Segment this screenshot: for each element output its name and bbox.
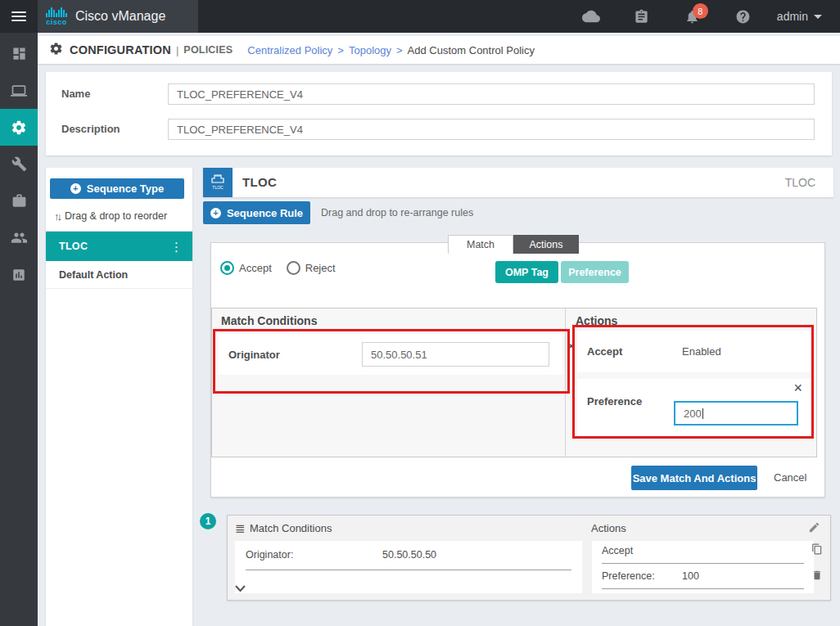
description-label: Description — [61, 123, 120, 135]
preference-action-label: Preference — [587, 395, 642, 408]
reject-radio-label: Reject — [305, 262, 336, 274]
close-icon[interactable]: × — [793, 382, 802, 394]
sidebar-item-analytics[interactable] — [0, 256, 38, 293]
add-sequence-rule-button[interactable]: + Sequence Rule — [203, 201, 310, 224]
side-navigation — [0, 33, 38, 626]
rule-match-title: Match Conditions — [250, 522, 332, 534]
preference-action-row: Preference × 200 — [577, 379, 811, 435]
breadcrumb-link-centralized-policy[interactable]: Centralized Policy — [247, 44, 332, 56]
chevron-down-icon — [814, 15, 822, 19]
tasks-icon[interactable] — [616, 0, 667, 33]
preference-button[interactable]: Preference — [561, 261, 629, 283]
sidebar-item-monitor[interactable] — [0, 72, 38, 109]
policy-info-card: Name Description — [46, 72, 832, 155]
originator-row: Originator × — [218, 334, 562, 375]
match-actions-editor: Accept Reject OMP Tag Preference Match C… — [210, 242, 825, 498]
admin-user-menu[interactable]: admin — [769, 0, 840, 33]
omp-tag-button[interactable]: OMP Tag — [495, 261, 558, 283]
originator-input[interactable] — [362, 342, 549, 367]
configuration-gear-icon — [49, 42, 63, 59]
cisco-wordmark: cisco — [46, 18, 67, 26]
sidebar-item-tools[interactable] — [0, 146, 38, 182]
breadcrumb-separator: > — [396, 44, 403, 56]
kebab-menu-icon[interactable]: ⋮ — [170, 241, 183, 253]
breadcrumb-section: CONFIGURATION — [70, 43, 171, 56]
editor-title: TLOC — [242, 175, 277, 189]
sequence-item-tloc[interactable]: TLOC ⋮ — [46, 232, 192, 261]
rule-actions-title: Actions — [591, 522, 626, 534]
rule-originator-value: 50.50.50.50 — [382, 549, 436, 561]
accept-action-row: Accept Enabled — [577, 331, 811, 372]
tab-actions[interactable]: Actions — [513, 235, 579, 254]
editor-type-label: TLOC — [785, 176, 815, 189]
cloud-status-icon[interactable] — [566, 0, 616, 33]
help-icon[interactable] — [718, 0, 769, 33]
add-sequence-type-button[interactable]: + Sequence Type — [50, 178, 184, 199]
text-cursor — [702, 408, 703, 419]
dashboard-icon — [11, 46, 27, 61]
drag-handle-icon[interactable]: ≣ — [235, 521, 246, 536]
breadcrumb-subsection: POLICIES — [183, 44, 233, 56]
save-match-actions-button[interactable]: Save Match And Actions — [631, 466, 757, 490]
users-icon — [11, 229, 28, 246]
sidebar-item-maintenance[interactable] — [0, 182, 38, 219]
rule-index-badge: 1 — [200, 513, 216, 529]
default-action-label: Default Action — [59, 269, 128, 281]
tloc-icon-text: TLOC — [212, 185, 224, 190]
default-action-item[interactable]: Default Action — [46, 261, 192, 289]
policy-name-input[interactable] — [168, 83, 815, 105]
notification-badge: 8 — [693, 3, 708, 19]
preference-input-value: 200 — [684, 408, 702, 420]
add-sequence-type-label: Sequence Type — [87, 182, 164, 195]
reorder-hint-row: ↑↓ Drag & drop to reorder — [54, 207, 185, 225]
breadcrumb-separator: > — [337, 44, 344, 56]
preference-input[interactable]: 200 — [674, 401, 798, 426]
rule-originator-label: Originator: — [246, 549, 293, 561]
rule-preference-label: Preference: — [602, 570, 655, 582]
top-bar: cisco Cisco vManage 8 admin — [0, 0, 840, 33]
accept-radio-label: Accept — [239, 262, 272, 274]
rearrange-hint: Drag and drop to re-arrange rules — [321, 207, 473, 218]
admin-label: admin — [777, 10, 808, 23]
reorder-hint-label: Drag & drop to reorder — [65, 210, 167, 222]
conditions-section: Match Conditions Actions Originator × Ac… — [211, 308, 817, 457]
tab-match[interactable]: Match — [448, 235, 513, 254]
breadcrumb-current: Add Custom Control Policy — [408, 44, 535, 56]
match-conditions-title: Match Conditions — [221, 314, 317, 327]
monitor-icon — [11, 83, 27, 99]
close-icon[interactable]: × — [567, 340, 576, 352]
delete-icon[interactable] — [811, 570, 823, 584]
sidebar-item-administration[interactable] — [0, 219, 38, 256]
accept-radio[interactable] — [220, 261, 234, 275]
cancel-button[interactable]: Cancel — [774, 471, 806, 484]
rule-preference-value: 100 — [682, 570, 699, 582]
menu-toggle-button[interactable] — [0, 0, 38, 33]
rule-match-box: Originator: 50.50.50.50 — [235, 541, 582, 593]
sidebar-item-configuration[interactable] — [0, 109, 38, 146]
reject-radio[interactable] — [287, 261, 300, 275]
rule-actions-box: Accept Preference: 100 — [592, 541, 814, 593]
saved-rule-card[interactable]: ≣ Match Conditions Actions Originator: 5… — [227, 515, 831, 601]
edit-icon[interactable] — [808, 521, 820, 537]
cisco-logo-icon: cisco — [46, 7, 67, 26]
notifications-bell-icon[interactable]: 8 — [667, 0, 718, 33]
reorder-arrows-icon: ↑↓ — [54, 210, 60, 223]
sidebar-item-dashboard[interactable] — [0, 35, 38, 72]
originator-label: Originator — [228, 349, 280, 361]
accept-action-value: Enabled — [682, 345, 721, 358]
collapse-chevron-icon[interactable] — [235, 581, 246, 596]
policy-description-input[interactable] — [168, 119, 815, 140]
rule-editor-header: TLOC TLOC TLOC — [203, 168, 833, 197]
bar-chart-icon — [11, 268, 26, 282]
breadcrumb-link-topology[interactable]: Topology — [349, 44, 391, 56]
plus-icon: + — [70, 183, 81, 194]
add-sequence-rule-label: Sequence Rule — [227, 207, 303, 219]
hamburger-icon — [11, 9, 26, 24]
actions-title: Actions — [576, 314, 617, 327]
tloc-type-icon: TLOC — [203, 168, 233, 197]
briefcase-icon — [11, 193, 27, 209]
plus-icon: + — [210, 208, 221, 218]
sequence-item-label: TLOC — [59, 241, 88, 252]
rule-accept-label: Accept — [602, 545, 633, 556]
copy-icon[interactable] — [811, 543, 823, 558]
